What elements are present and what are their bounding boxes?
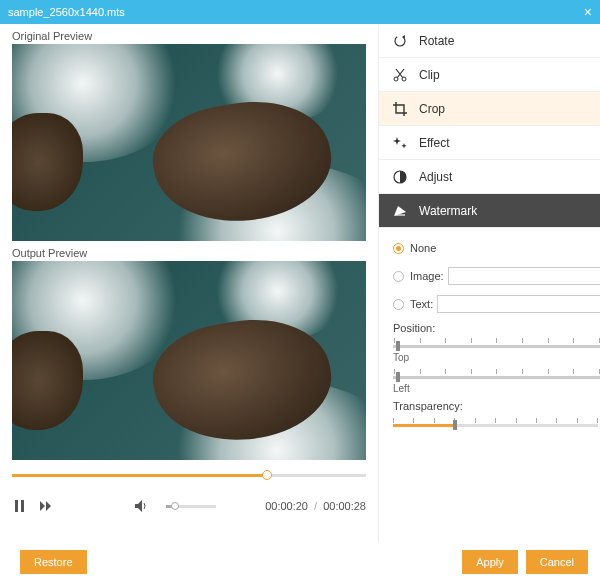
svg-rect-6 bbox=[395, 214, 405, 216]
restore-button[interactable]: Restore bbox=[20, 550, 87, 574]
svg-rect-1 bbox=[21, 500, 24, 512]
close-icon[interactable]: × bbox=[584, 4, 592, 20]
radio-image[interactable] bbox=[393, 271, 404, 282]
radio-text[interactable] bbox=[393, 299, 404, 310]
tab-label: Clip bbox=[419, 68, 440, 82]
radio-text-label: Text: bbox=[410, 298, 433, 310]
time-current: 00:00:20 bbox=[265, 500, 308, 512]
pos-top-label: Top bbox=[393, 352, 409, 363]
effect-icon bbox=[391, 134, 409, 152]
tab-label: Crop bbox=[419, 102, 445, 116]
adjust-icon bbox=[391, 168, 409, 186]
tab-adjust[interactable]: Adjust bbox=[379, 160, 600, 194]
svg-rect-0 bbox=[15, 500, 18, 512]
forward-button[interactable] bbox=[38, 498, 54, 514]
image-path-input[interactable] bbox=[448, 267, 600, 285]
tab-crop[interactable]: Crop bbox=[379, 92, 600, 126]
tab-label: Adjust bbox=[419, 170, 452, 184]
transparency-slider[interactable] bbox=[393, 424, 598, 427]
radio-none[interactable] bbox=[393, 243, 404, 254]
watermark-panel: None Image: Text: T Position: bbox=[379, 228, 600, 444]
volume-slider[interactable] bbox=[166, 505, 216, 508]
position-vertical-handle[interactable] bbox=[396, 341, 400, 351]
position-horizontal-handle[interactable] bbox=[396, 372, 400, 382]
pause-button[interactable] bbox=[12, 498, 28, 514]
time-total: 00:00:28 bbox=[323, 500, 366, 512]
transparency-label: Transparency: bbox=[393, 400, 600, 412]
tab-label: Effect bbox=[419, 136, 449, 150]
tab-label: Watermark bbox=[419, 204, 477, 218]
position-label: Position: bbox=[393, 322, 600, 334]
position-vertical-slider[interactable] bbox=[393, 345, 600, 348]
watermark-icon bbox=[391, 202, 409, 220]
radio-none-label: None bbox=[410, 242, 436, 254]
file-name: sample_2560x1440.mts bbox=[8, 6, 125, 18]
original-preview bbox=[12, 44, 366, 241]
volume-handle[interactable] bbox=[171, 502, 179, 510]
text-input[interactable] bbox=[437, 295, 600, 313]
scrub-handle[interactable] bbox=[262, 470, 272, 480]
output-preview-label: Output Preview bbox=[12, 247, 366, 259]
transparency-handle[interactable] bbox=[453, 420, 457, 430]
radio-image-label: Image: bbox=[410, 270, 444, 282]
volume-icon[interactable] bbox=[134, 498, 150, 514]
output-preview bbox=[12, 261, 366, 460]
tab-rotate[interactable]: Rotate bbox=[379, 24, 600, 58]
scrub-bar[interactable] bbox=[12, 466, 366, 484]
position-horizontal-slider[interactable] bbox=[393, 376, 600, 379]
pos-left-label: Left bbox=[393, 383, 410, 394]
tab-label: Rotate bbox=[419, 34, 454, 48]
tab-clip[interactable]: Clip bbox=[379, 58, 600, 92]
time-display: 00:00:20 / 00:00:28 bbox=[265, 500, 366, 512]
tab-watermark[interactable]: Watermark bbox=[379, 194, 600, 228]
titlebar: sample_2560x1440.mts × bbox=[0, 0, 600, 24]
original-preview-label: Original Preview bbox=[12, 30, 366, 42]
rotate-icon bbox=[391, 32, 409, 50]
cancel-button[interactable]: Cancel bbox=[526, 550, 588, 574]
tab-effect[interactable]: Effect bbox=[379, 126, 600, 160]
crop-icon bbox=[391, 100, 409, 118]
apply-button[interactable]: Apply bbox=[462, 550, 518, 574]
scissors-icon bbox=[391, 66, 409, 84]
